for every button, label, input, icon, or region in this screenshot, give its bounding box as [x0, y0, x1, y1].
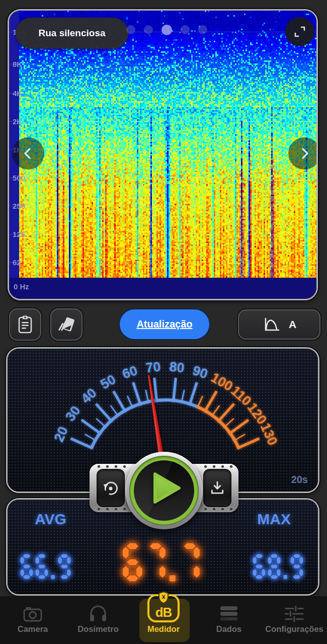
chevron-left-icon — [21, 146, 36, 161]
frequency-origin-label: 0 Hz — [14, 282, 29, 291]
reset-button[interactable] — [97, 469, 125, 507]
tab-dosimeter-label: Dosímetro — [77, 624, 119, 634]
freq-tick-label: 4K — [13, 89, 22, 98]
svg-text:20: 20 — [51, 424, 71, 444]
page-dot[interactable] — [181, 25, 190, 34]
avg-value-display — [20, 554, 73, 579]
frequency-weighting-button[interactable]: A — [238, 309, 320, 340]
freq-tick-label: 2K — [13, 117, 22, 126]
weighting-curve-icon — [262, 316, 281, 333]
fullscreen-button[interactable] — [285, 17, 314, 46]
freq-gridline — [9, 178, 316, 178]
spectrum-style-icon — [57, 315, 75, 334]
reset-icon — [102, 479, 120, 497]
svg-text:90: 90 — [191, 363, 210, 382]
tab-settings[interactable]: Configurações — [262, 596, 327, 644]
spectrogram-panel: 16K8K4K2K1K50025012562 0 Hz Rua silencio… — [8, 9, 318, 300]
play-button[interactable] — [125, 452, 203, 529]
next-page-button[interactable] — [288, 137, 316, 170]
svg-text:30: 30 — [62, 403, 84, 424]
svg-text:60: 60 — [120, 363, 139, 382]
scene-classification-pill: Rua silenciosa — [16, 18, 128, 49]
page-dot[interactable] — [198, 25, 207, 34]
svg-text:x: x — [162, 593, 166, 600]
max-value-display — [253, 554, 305, 579]
clipboard-icon — [17, 315, 33, 334]
weighting-value: A — [289, 318, 296, 331]
download-icon — [209, 480, 225, 496]
freq-gridline — [9, 93, 316, 94]
play-icon — [153, 472, 181, 504]
db-logo-text: dB — [155, 606, 172, 619]
page-indicator[interactable] — [126, 24, 207, 35]
shield-icon: x — [157, 591, 170, 604]
tab-dosimeter[interactable]: Dosímetro — [65, 596, 131, 644]
transport-controls — [0, 448, 327, 548]
camera-icon — [23, 605, 43, 622]
update-button[interactable]: Atualização — [120, 309, 209, 339]
headphones-icon — [89, 604, 108, 622]
display-style-button[interactable] — [50, 308, 83, 341]
page-dot-active[interactable] — [161, 25, 172, 35]
current-value-display — [122, 543, 203, 582]
sliders-icon — [284, 605, 305, 622]
update-button-label: Atualização — [136, 318, 192, 330]
bottom-navigation: Camera Dosímetro x dB Medidor — [0, 596, 327, 644]
freq-gridline — [9, 206, 316, 206]
app-screen: 16K8K4K2K1K50025012562 0 Hz Rua silencio… — [0, 0, 327, 644]
svg-text:70: 70 — [145, 359, 161, 376]
expand-icon — [293, 25, 306, 38]
freq-tick-label: 250 — [13, 202, 25, 210]
chevron-right-icon — [297, 146, 312, 161]
freq-tick-label: 8K — [13, 60, 22, 68]
tab-camera-label: Camera — [18, 624, 48, 634]
svg-text:40: 40 — [78, 385, 100, 407]
data-rows-icon — [219, 605, 238, 622]
freq-gridline — [9, 121, 316, 122]
scene-classification-label: Rua silenciosa — [38, 28, 105, 39]
tab-camera[interactable]: Camera — [0, 596, 65, 644]
freq-gridline — [9, 234, 316, 234]
svg-text:80: 80 — [169, 359, 185, 376]
save-button[interactable] — [203, 469, 231, 507]
freq-gridline — [9, 64, 316, 64]
previous-page-button[interactable] — [12, 137, 44, 170]
page-dot[interactable] — [144, 25, 153, 34]
freq-gridline — [9, 262, 316, 263]
freq-gridline — [9, 149, 316, 150]
spectrogram-canvas — [9, 11, 316, 299]
freq-tick-label: 500 — [13, 174, 25, 182]
db-meter-icon: x dB — [147, 594, 180, 622]
page-dot[interactable] — [126, 25, 135, 34]
tab-settings-label: Configurações — [265, 624, 323, 634]
tab-meter[interactable]: x dB Medidor — [131, 596, 196, 644]
freq-tick-label: 125 — [13, 230, 25, 238]
tab-data[interactable]: Dados — [196, 596, 262, 644]
tab-data-label: Dados — [216, 624, 241, 634]
freq-tick-label: 62 — [13, 258, 21, 267]
report-button[interactable] — [9, 308, 41, 341]
tab-meter-label: Medidor — [147, 624, 180, 634]
svg-text:50: 50 — [98, 372, 118, 392]
